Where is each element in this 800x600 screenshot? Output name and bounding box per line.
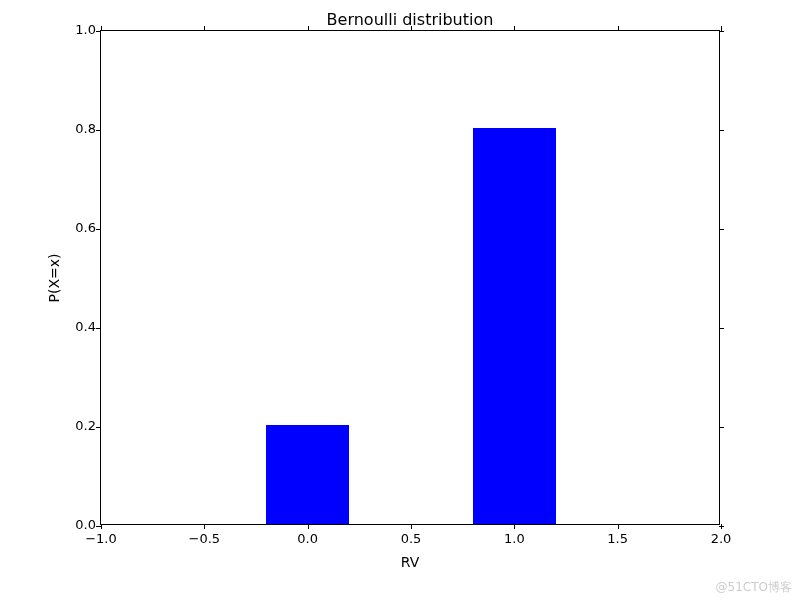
ytick-label: 0.2: [66, 418, 96, 433]
ytick-mark: [96, 328, 101, 329]
x-axis-label: RV: [100, 554, 720, 570]
ytick-label: 0.6: [66, 220, 96, 235]
ytick-mark: [96, 526, 101, 527]
xtick-label: 1.5: [607, 531, 628, 546]
xtick-mark: [204, 524, 205, 529]
y-axis-label: P(X=x): [46, 253, 62, 302]
xtick-mark: [514, 26, 515, 31]
ytick-label: 1.0: [66, 22, 96, 37]
xtick-mark: [618, 26, 619, 31]
xtick-label: 2.0: [711, 531, 732, 546]
ytick-mark: [719, 427, 724, 428]
ytick-label: 0.0: [66, 517, 96, 532]
ytick-mark: [96, 229, 101, 230]
plot-area: −1.0−0.50.00.51.01.52.0 0.00.20.40.60.81…: [100, 30, 720, 525]
xtick-label: 1.0: [504, 531, 525, 546]
xtick-mark: [204, 26, 205, 31]
ytick-mark: [96, 31, 101, 32]
ytick-mark: [719, 130, 724, 131]
ytick-label: 0.8: [66, 121, 96, 136]
xtick-mark: [101, 524, 102, 529]
ytick-mark: [96, 130, 101, 131]
xtick-label: 0.5: [401, 531, 422, 546]
xtick-mark: [514, 524, 515, 529]
xtick-mark: [101, 26, 102, 31]
xtick-label: 0.0: [297, 531, 318, 546]
xtick-mark: [308, 524, 309, 529]
ytick-mark: [719, 31, 724, 32]
ytick-mark: [719, 526, 724, 527]
xtick-mark: [411, 26, 412, 31]
ytick-mark: [719, 328, 724, 329]
xtick-label: −1.0: [85, 531, 117, 546]
xtick-mark: [618, 524, 619, 529]
watermark: @51CTO博客: [716, 579, 792, 596]
ytick-mark: [96, 427, 101, 428]
ytick-label: 0.4: [66, 319, 96, 334]
bar-1: [473, 128, 556, 524]
xtick-mark: [308, 26, 309, 31]
ytick-mark: [719, 229, 724, 230]
chart-container: Bernoulli distribution −1.0−0.50.00.51.0…: [100, 30, 720, 525]
bar-0: [266, 425, 349, 524]
xtick-mark: [411, 524, 412, 529]
chart-title: Bernoulli distribution: [100, 10, 720, 29]
xtick-label: −0.5: [189, 531, 221, 546]
